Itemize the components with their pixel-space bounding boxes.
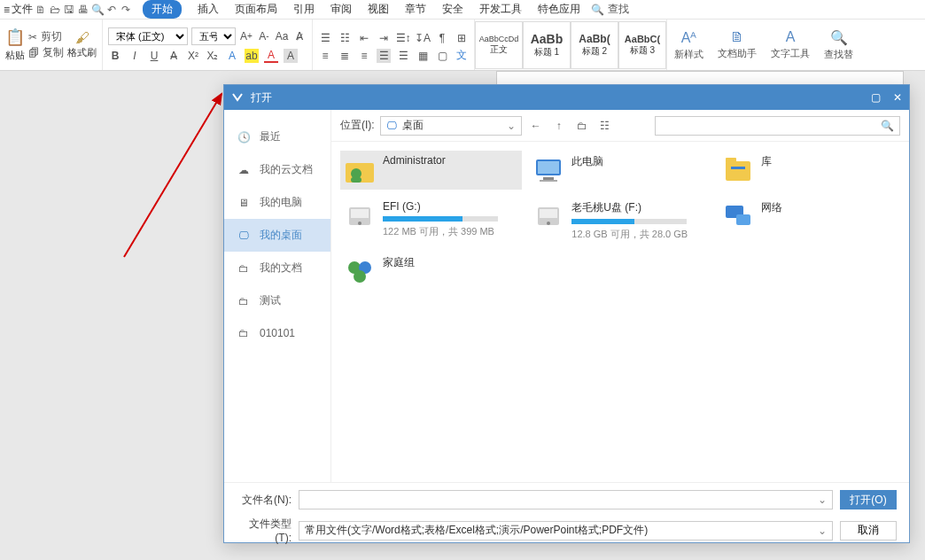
tab-chapter[interactable]: 章节 xyxy=(405,2,426,17)
back-icon[interactable]: ← xyxy=(527,117,545,135)
redo-icon[interactable]: ↷ xyxy=(120,4,132,16)
style-h1[interactable]: AaBb标题 1 xyxy=(523,21,571,69)
align-center-icon[interactable]: ≣ xyxy=(338,49,352,63)
svg-rect-3 xyxy=(351,177,361,183)
cancel-button[interactable]: 取消 xyxy=(840,521,897,541)
tab-insert[interactable]: 插入 xyxy=(198,2,219,17)
text-effect-icon[interactable]: A xyxy=(225,49,239,63)
tab-security[interactable]: 安全 xyxy=(442,2,463,17)
maximize-icon[interactable]: ▢ xyxy=(871,91,881,104)
dialog-title: 打开 xyxy=(251,90,871,105)
cut-button[interactable]: ✂剪切 xyxy=(28,29,64,44)
file-tile-user[interactable]: Administrator xyxy=(340,151,522,190)
preview-icon[interactable]: 🔍 xyxy=(91,4,104,16)
tab-layout[interactable]: 页面布局 xyxy=(235,2,277,17)
copy-button[interactable]: 🗐复制 xyxy=(28,45,64,60)
show-marks-icon[interactable]: ¶ xyxy=(435,31,449,45)
file-tile-drive-g[interactable]: EFI (G:) 122 MB 可用，共 399 MB xyxy=(340,197,522,245)
sidebar-item-documents[interactable]: 🗀我的文档 xyxy=(224,252,330,284)
tab-start[interactable]: 开始 xyxy=(143,0,182,19)
justify-icon[interactable]: ☰ xyxy=(377,49,391,63)
text-tools-button[interactable]: A文字工具 xyxy=(771,29,810,60)
text-dir-icon[interactable]: 文 xyxy=(455,49,469,63)
highlight-icon[interactable]: ab xyxy=(245,49,259,63)
dialog-search[interactable]: 🔍 xyxy=(655,116,900,136)
distribute-icon[interactable]: ☰ xyxy=(396,49,410,63)
style-h2[interactable]: AaBb(标题 2 xyxy=(571,21,618,69)
font-color-icon[interactable]: A xyxy=(264,49,278,63)
sidebar-item-test[interactable]: 🗀测试 xyxy=(224,284,330,317)
library-icon xyxy=(722,154,754,186)
subscript-icon[interactable]: X₂ xyxy=(206,49,220,63)
open-icon[interactable]: 🗁 xyxy=(49,4,61,16)
new-folder-icon[interactable]: 🗀 xyxy=(573,117,591,135)
file-tile-library[interactable]: 库 xyxy=(719,151,900,190)
up-icon[interactable]: ↑ xyxy=(550,117,568,135)
tab-view[interactable]: 视图 xyxy=(368,2,389,17)
new-doc-icon[interactable]: 🗎 xyxy=(35,4,47,16)
sidebar-item-recent[interactable]: 🕓最近 xyxy=(224,121,330,153)
paste-icon[interactable]: 📋 xyxy=(5,27,25,47)
view-mode-icon[interactable]: ☷ xyxy=(596,117,614,135)
line-spacing-icon[interactable]: ☰↕ xyxy=(396,31,410,45)
tabs-icon[interactable]: ⊞ xyxy=(455,31,469,45)
outdent-icon[interactable]: ⇤ xyxy=(357,31,371,45)
file-tile-drive-f[interactable]: 老毛桃U盘 (F:) 12.8 GB 可用，共 28.0 GB xyxy=(529,197,711,245)
filetype-combo[interactable]: 常用文件(文字/Word格式;表格/Excel格式;演示/PowerPoint格… xyxy=(299,521,833,541)
style-h3[interactable]: AaBbC(标题 3 xyxy=(618,21,666,69)
numbering-icon[interactable]: ☷ xyxy=(338,31,352,45)
shading-icon[interactable]: ▦ xyxy=(416,49,430,63)
sidebar-item-computer[interactable]: 🖥我的电脑 xyxy=(224,186,330,219)
increase-font-icon[interactable]: A+ xyxy=(239,29,253,43)
open-button[interactable]: 打开(O) xyxy=(840,490,897,509)
underline-icon[interactable]: U xyxy=(147,49,161,63)
sidebar-item-010101[interactable]: 🗀010101 xyxy=(224,317,330,349)
dialog-search-input[interactable] xyxy=(656,117,875,135)
superscript-icon[interactable]: X² xyxy=(186,49,200,63)
indent-icon[interactable]: ⇥ xyxy=(377,31,391,45)
italic-icon[interactable]: I xyxy=(128,49,142,63)
tab-devtools[interactable]: 开发工具 xyxy=(479,2,522,17)
borders-icon[interactable]: ▢ xyxy=(435,49,449,63)
char-shade-icon[interactable]: A xyxy=(284,49,298,63)
undo-icon[interactable]: ↶ xyxy=(105,4,118,16)
file-tile-pc[interactable]: 此电脑 xyxy=(529,151,711,190)
filename-combo[interactable]: ⌄ xyxy=(299,490,833,509)
search-icon[interactable]: 🔍 xyxy=(875,120,899,132)
bold-icon[interactable]: B xyxy=(108,49,122,63)
tab-special[interactable]: 特色应用 xyxy=(538,2,580,17)
location-combo[interactable]: 🖵 桌面 ⌄ xyxy=(380,116,522,136)
bullets-icon[interactable]: ☰ xyxy=(318,31,332,45)
top-search[interactable]: 🔍 查找 xyxy=(591,2,629,17)
font-name-select[interactable]: 宋体 (正文) xyxy=(108,27,188,45)
folder-icon: 🗀 xyxy=(237,261,251,276)
sidebar-item-cloud[interactable]: ☁我的云文档 xyxy=(224,153,330,186)
menubar: ≡ 文件 🗎 🗁 🖫 🖶 🔍 ↶ ↷ 开始 插入 页面布局 引用 审阅 视图 章… xyxy=(0,0,925,19)
print-icon[interactable]: 🖶 xyxy=(77,4,89,16)
file-tile-homegroup[interactable]: 家庭组 xyxy=(340,252,522,291)
save-icon[interactable]: 🖫 xyxy=(63,4,75,16)
format-painter-label[interactable]: 格式刷 xyxy=(67,46,97,59)
dialog-sidebar: 🕓最近 ☁我的云文档 🖥我的电脑 🖵我的桌面 🗀我的文档 🗀测试 🗀010101 xyxy=(224,110,330,482)
clear-format-icon[interactable]: A̷ xyxy=(292,29,307,43)
strikethrough-icon[interactable]: A̶ xyxy=(167,49,181,63)
tab-review[interactable]: 审阅 xyxy=(330,2,352,17)
close-icon[interactable]: ✕ xyxy=(893,91,902,104)
file-tile-network[interactable]: 网络 xyxy=(719,197,900,245)
decrease-font-icon[interactable]: A- xyxy=(257,29,271,43)
new-style-button[interactable]: Aᴬ新样式 xyxy=(674,29,703,61)
style-body[interactable]: AaBbCcDd正文 xyxy=(475,21,523,69)
change-case-icon[interactable]: Aa xyxy=(275,29,289,43)
align-left-icon[interactable]: ≡ xyxy=(318,49,332,63)
doc-assist-button[interactable]: 🗎文档助手 xyxy=(718,29,757,60)
styles-group: AaBbCcDd正文 AaBb标题 1 AaBb(标题 2 AaBbC(标题 3 xyxy=(475,19,667,70)
tab-references[interactable]: 引用 xyxy=(293,2,315,17)
sidebar-item-desktop[interactable]: 🖵我的桌面 xyxy=(224,219,330,252)
brush-icon[interactable]: 🖌 xyxy=(75,30,89,46)
font-size-select[interactable]: 五号 xyxy=(191,27,236,45)
sort-icon[interactable]: ↧A xyxy=(416,31,430,45)
find-replace-button[interactable]: 🔍查找替 xyxy=(824,29,853,61)
paste-label[interactable]: 粘贴 xyxy=(5,49,25,62)
file-menu[interactable]: ≡ 文件 xyxy=(4,2,33,17)
align-right-icon[interactable]: ≡ xyxy=(357,49,371,63)
